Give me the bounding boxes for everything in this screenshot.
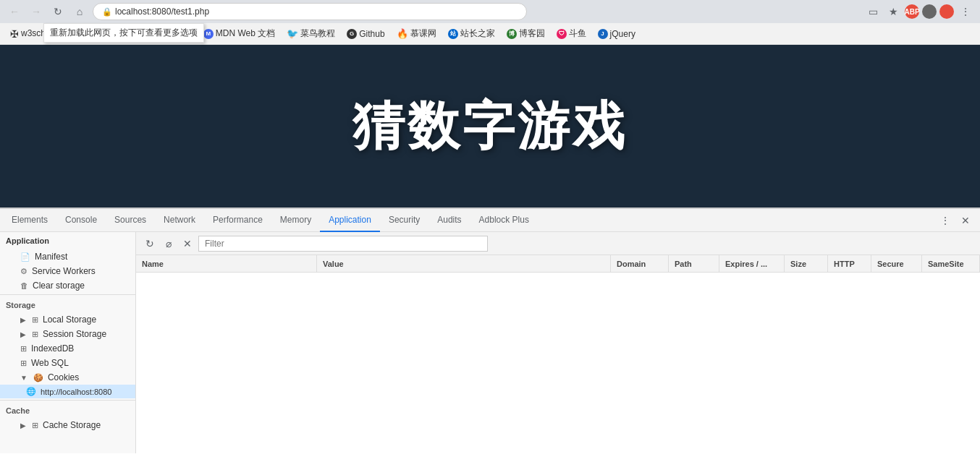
col-header-value[interactable]: Value [317,255,611,272]
manifest-icon: 📄 [20,252,30,262]
cache-storage-icon: ⊞ [32,421,38,430]
col-header-name[interactable]: Name [136,255,317,272]
tab-memory[interactable]: Memory [271,209,320,232]
indexeddb-icon: ⊞ [20,344,27,354]
refresh-cookies-button[interactable]: ↻ [142,236,158,252]
table-body [136,273,980,453]
bookmark-jquery[interactable]: J jQuery [594,27,640,40]
bookmark-runoob[interactable]: 🐦 菜鸟教程 [282,26,339,41]
session-storage-icon: ⊞ [32,330,38,339]
bookmark-boke[interactable]: 博 博客园 [502,26,549,41]
sidebar-item-service-workers[interactable]: ⚙ Service Workers [0,264,135,278]
reload-tooltip: 重新加载此网页，按下可查看更多选项 [43,23,204,43]
sidebar-item-localhost[interactable]: 🌐 http://localhost:8080 [0,385,135,398]
title-bar: ← → ↻ ⌂ 🔒 localhost:8080/test1.php ▭ ★ A… [0,0,980,23]
col-header-path[interactable]: Path [669,255,719,272]
col-header-domain[interactable]: Domain [611,255,669,272]
title-bar-right: ▭ ★ ABP ⋮ [864,3,974,20]
bookmark-github[interactable]: G Github [342,27,389,40]
address-bar[interactable]: 🔒 localhost:8080/test1.php [93,3,527,20]
tab-adblock[interactable]: Adblock Plus [470,209,538,232]
cookies-arrow: ▼ [20,374,28,382]
sidebar-divider-1 [0,294,135,295]
tab-security[interactable]: Security [380,209,428,232]
filter-input[interactable] [198,236,488,252]
tab-application[interactable]: Application [320,209,380,232]
devtools-tabs-bar: Elements Console Sources Network Perform… [0,209,980,232]
sidebar-item-session-storage[interactable]: ▶ ⊞ Session Storage [0,327,135,341]
home-button[interactable]: ⌂ [71,3,88,20]
service-workers-icon: ⚙ [20,267,28,276]
url-text: localhost:8080/test1.php [115,7,209,17]
devtools-sidebar: Application 📄 Manifest ⚙ Service Workers… [0,232,136,453]
sidebar-item-cookies[interactable]: ▼ 🍪 Cookies [0,370,135,385]
localhost-icon: 🌐 [26,387,36,396]
sidebar-storage-header: Storage [0,298,135,312]
devtools-tabs-right: ⋮ ✕ [937,212,980,229]
clear-cookies-button[interactable]: ✕ [179,236,195,252]
sidebar-item-web-sql[interactable]: ⊞ Web SQL [0,356,135,370]
reload-button[interactable]: ↻ [49,3,67,20]
tab-sources[interactable]: Sources [106,209,155,232]
col-header-secure[interactable]: Secure [871,255,922,272]
sidebar-item-cache-storage[interactable]: ▶ ⊞ Cache Storage [0,418,135,432]
block-cookies-button[interactable]: ⌀ [161,236,177,252]
cache-storage-arrow: ▶ [20,422,26,429]
sidebar-item-local-storage[interactable]: ▶ ⊞ Local Storage [0,312,135,327]
bookmark-icon[interactable]: ★ [884,3,902,20]
bookmark-adblock[interactable]: 🛡 斗鱼 [552,26,591,41]
devtools-close-icon[interactable]: ✕ [957,212,974,229]
back-button[interactable]: ← [6,3,23,20]
menu-icon[interactable]: ⋮ [957,3,974,20]
col-header-http[interactable]: HTTP [828,255,871,272]
tab-performance[interactable]: Performance [204,209,271,232]
sidebar-item-clear-storage[interactable]: 🗑 Clear storage [0,278,135,293]
tab-elements[interactable]: Elements [3,209,56,232]
sidebar-app-header: Application [0,232,135,249]
tab-network[interactable]: Network [155,209,204,232]
table-header: Name Value Domain Path Expires / ... Siz… [136,255,980,273]
bookmark-mdn[interactable]: M MDN Web 文档 [199,26,279,41]
col-header-samesite[interactable]: SameSite [922,255,980,272]
main-panel: ↻ ⌀ ✕ Name Value Domain Path Expires / .… [136,232,980,453]
sidebar-item-indexeddb[interactable]: ⊞ IndexedDB [0,341,135,356]
col-header-size[interactable]: Size [785,255,828,272]
local-storage-icon: ⊞ [32,315,38,325]
user1-icon[interactable] [922,4,937,19]
cast-icon[interactable]: ▭ [864,3,882,20]
panel-toolbar: ↻ ⌀ ✕ [136,232,980,255]
user2-icon[interactable] [939,4,954,19]
tab-audits[interactable]: Audits [428,209,470,232]
sidebar-item-manifest[interactable]: 📄 Manifest [0,249,135,264]
col-header-expires[interactable]: Expires / ... [719,255,785,272]
sidebar-divider-2 [0,400,135,401]
session-storage-arrow: ▶ [20,330,26,338]
bookmark-zhanzhang[interactable]: 站 站长之家 [444,26,499,41]
devtools: Elements Console Sources Network Perform… [0,208,980,453]
web-sql-icon: ⊞ [20,359,27,368]
cookies-icon: 🍪 [33,373,43,382]
game-title: 猜数字游戏 [352,92,628,161]
forward-button[interactable]: → [28,3,45,20]
tab-console[interactable]: Console [56,209,106,232]
sidebar-cache-header: Cache [0,403,135,418]
bookmark-imooc[interactable]: 🔥 慕课网 [392,26,441,41]
webpage-area: 猜数字游戏 [0,45,980,208]
abp-icon[interactable]: ABP [905,4,919,19]
clear-storage-icon: 🗑 [20,281,28,290]
devtools-body: Application 📄 Manifest ⚙ Service Workers… [0,232,980,453]
local-storage-arrow: ▶ [20,316,26,324]
devtools-dots-icon[interactable]: ⋮ [937,212,954,229]
